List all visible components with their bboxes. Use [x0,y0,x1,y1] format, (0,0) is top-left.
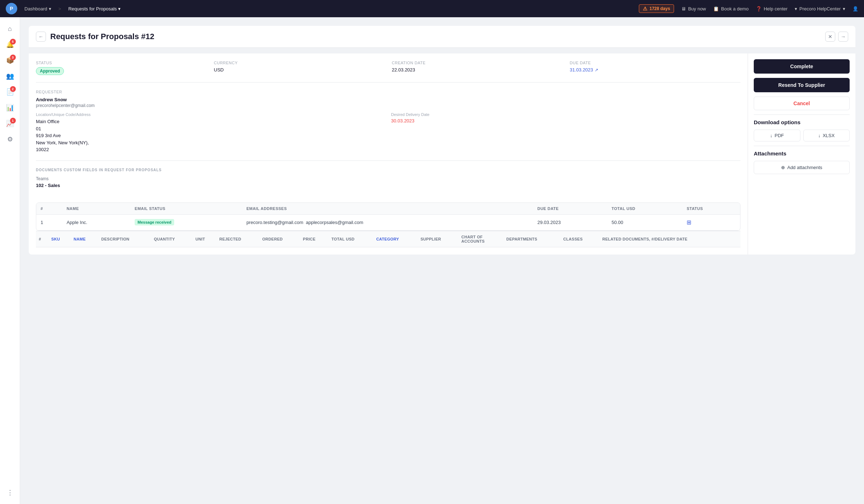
status-field: Status Approved [36,61,207,75]
item-col-category[interactable]: Category [373,231,418,247]
help-center-link[interactable]: ❓ Help center [756,6,788,11]
col-num: # [36,203,62,215]
item-col-description: Description [98,231,151,247]
currency-value: USD [214,67,385,73]
item-col-name[interactable]: Name [71,231,98,247]
item-col-classes: Classes [561,231,600,247]
creation-date-field: Creation Date 22.03.2023 [392,61,563,75]
row-due-date: 29.03.2023 [533,214,607,230]
sidebar-item-home[interactable]: ⌂ [3,22,17,36]
item-col-chart-accounts: Chart ofAccounts [459,231,503,247]
col-due-date: Due Date [533,203,607,215]
row-num: 1 [36,214,62,230]
requester-label: Requester [36,90,740,94]
row-supplier-name: Apple Inc. [62,214,130,230]
row-doc-icon[interactable]: ⊞ [682,214,740,230]
left-sidebar: ⌂ 🔔 5 📦 3 👥 📄 2 📊 📈 1 ⚙ ⋮ [0,17,20,504]
row-email-addresses: precoro.testing@gmail.com applecorpsales… [242,214,533,230]
item-table-section: # SKU Name Description Quantity Unit Rej… [36,231,740,247]
document-view-icon[interactable]: ⊞ [687,219,691,225]
close-button[interactable]: ✕ [825,32,835,42]
col-total-usd: Total USD [607,203,682,215]
documents-badge: 2 [10,86,16,92]
nav-rfp[interactable]: Requests for Proposals ▾ [68,6,121,11]
orders-badge: 3 [10,55,16,60]
currency-label: Currency [214,61,385,65]
requester-name: Andrew Snow [36,97,740,102]
requester-email: precorohelpcenter@gmail.com [36,103,740,108]
top-navigation: P Dashboard ▾ > Requests for Proposals ▾… [0,0,864,17]
col-name: Name [62,203,130,215]
add-attachment-button[interactable]: ⊕ Add attachments [754,161,850,174]
app-logo[interactable]: P [6,3,17,14]
sidebar-item-orders[interactable]: 📦 3 [3,53,17,67]
location-label: Location/Unique Code/Address [36,112,385,117]
sidebar-item-settings[interactable]: ⚙ [3,132,17,146]
creation-date-value: 22.03.2023 [392,67,563,73]
notifications-badge: 5 [10,39,16,45]
item-col-unit: Unit [192,231,216,247]
download-heading: Download options [754,119,850,125]
item-col-rejected: Rejected [217,231,260,247]
item-table: # SKU Name Description Quantity Unit Rej… [36,231,740,247]
panel-divider-2 [754,146,850,146]
sidebar-item-analytics[interactable]: 📈 1 [3,116,17,131]
table-row: 1 Apple Inc. Message received precoro.te… [36,214,740,230]
user-menu[interactable]: 👤 [853,6,858,11]
pdf-download-button[interactable]: ↓ PDF [754,130,800,141]
back-button[interactable]: ← [36,32,46,42]
col-email-addresses: Email Addresses [242,203,533,215]
status-badge: Approved [36,67,64,75]
col-email-status: Email Status [130,203,242,215]
row-email-status: Message received [130,214,242,230]
due-date-field: Due Date 31.03.2023 ↗ [570,61,741,75]
xlsx-download-button[interactable]: ↓ XLSX [803,130,850,141]
custom-fields-section: DOCUMENTS CUSTOM FIELDS IN REQUEST FOR P… [36,168,740,195]
item-col-num: # [36,231,48,247]
analytics-badge: 1 [10,118,16,123]
teams-field-value: 102 - Sales [36,183,740,188]
sidebar-item-people[interactable]: 👥 [3,69,17,83]
item-col-sku[interactable]: SKU [48,231,71,247]
row-total-usd: 50.00 [607,214,682,230]
item-table-header: # SKU Name Description Quantity Unit Rej… [36,231,740,247]
expand-button[interactable]: → [838,32,848,42]
external-link-icon: ↗ [595,67,598,73]
right-panel: Complete Resend To Supplier Cancel Downl… [748,53,855,255]
delivery-date-label: Desired Delivery Date [391,112,740,117]
creation-date-label: Creation Date [392,61,563,65]
delivery-date-value: 30.03.2023 [391,118,740,123]
book-demo-link[interactable]: 📋 Book a demo [713,6,749,11]
nav-dashboard[interactable]: Dashboard ▾ [24,6,51,11]
item-col-supplier: Supplier [418,231,459,247]
sidebar-item-reports[interactable]: 📊 [3,101,17,115]
buy-now-link[interactable]: 🖥 Buy now [681,6,706,11]
sidebar-item-more[interactable]: ⋮ [3,485,17,500]
trial-alert[interactable]: ⚠ 1728 days [639,4,674,13]
address-grid: Location/Unique Code/Address Main Office… [36,112,740,153]
item-col-related-docs: Related Documents, #/Delivery Date [599,231,740,247]
precoro-menu[interactable]: ▾ Precoro HelpCenter ▾ [795,6,845,11]
panel-divider-1 [754,115,850,115]
due-date-value[interactable]: 31.03.2023 ↗ [570,67,741,73]
document-main-panel: Status Approved Currency USD Creation Da… [29,53,748,255]
download-icon-pdf: ↓ [770,133,773,138]
resend-to-supplier-button[interactable]: Resend To Supplier [754,78,850,92]
document-info-grid: Status Approved Currency USD Creation Da… [36,61,740,83]
sidebar-item-documents[interactable]: 📄 2 [3,85,17,99]
col-status: Status [682,203,740,215]
sidebar-item-notifications[interactable]: 🔔 5 [3,37,17,52]
page-title: Requests for Proposals #12 [50,32,154,41]
item-col-total-usd: Total USD [329,231,373,247]
alert-icon: ⚠ [643,6,647,11]
teams-field-label: Teams [36,176,740,181]
due-date-label: Due Date [570,61,741,65]
main-content: ← Requests for Proposals #12 ✕ → Status … [20,17,864,504]
page-header: ← Requests for Proposals #12 ✕ → [29,26,855,48]
cancel-button[interactable]: Cancel [754,97,850,110]
location-value: Main Office 01 919 3rd Ave New York, New… [36,118,385,153]
add-attachment-icon: ⊕ [781,165,785,170]
message-received-badge: Message received [135,219,174,225]
item-col-quantity: Quantity [151,231,192,247]
complete-button[interactable]: Complete [754,59,850,74]
